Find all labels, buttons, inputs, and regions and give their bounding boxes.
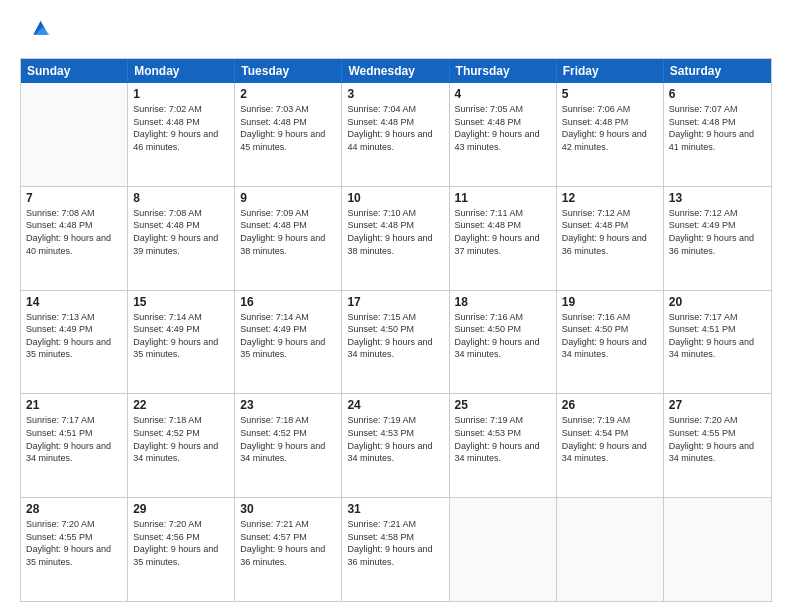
cal-cell: 17Sunrise: 7:15 AMSunset: 4:50 PMDayligh…	[342, 291, 449, 394]
daylight-text: Daylight: 9 hours and 36 minutes.	[562, 232, 658, 257]
cal-cell: 22Sunrise: 7:18 AMSunset: 4:52 PMDayligh…	[128, 394, 235, 497]
daylight-text: Daylight: 9 hours and 36 minutes.	[347, 543, 443, 568]
sunrise-text: Sunrise: 7:18 AM	[133, 414, 229, 427]
daylight-text: Daylight: 9 hours and 35 minutes.	[133, 336, 229, 361]
week-row-5: 28Sunrise: 7:20 AMSunset: 4:55 PMDayligh…	[21, 497, 771, 601]
sunset-text: Sunset: 4:50 PM	[347, 323, 443, 336]
sunset-text: Sunset: 4:49 PM	[26, 323, 122, 336]
cal-cell: 19Sunrise: 7:16 AMSunset: 4:50 PMDayligh…	[557, 291, 664, 394]
sunrise-text: Sunrise: 7:20 AM	[26, 518, 122, 531]
daylight-text: Daylight: 9 hours and 37 minutes.	[455, 232, 551, 257]
sunrise-text: Sunrise: 7:20 AM	[669, 414, 766, 427]
cal-cell: 13Sunrise: 7:12 AMSunset: 4:49 PMDayligh…	[664, 187, 771, 290]
sunrise-text: Sunrise: 7:19 AM	[455, 414, 551, 427]
cal-cell: 1Sunrise: 7:02 AMSunset: 4:48 PMDaylight…	[128, 83, 235, 186]
sunrise-text: Sunrise: 7:04 AM	[347, 103, 443, 116]
sunset-text: Sunset: 4:48 PM	[562, 116, 658, 129]
day-number: 9	[240, 191, 336, 205]
sunrise-text: Sunrise: 7:19 AM	[347, 414, 443, 427]
week-row-1: 1Sunrise: 7:02 AMSunset: 4:48 PMDaylight…	[21, 83, 771, 186]
day-number: 24	[347, 398, 443, 412]
header-day-thursday: Thursday	[450, 59, 557, 83]
sunset-text: Sunset: 4:50 PM	[562, 323, 658, 336]
sunset-text: Sunset: 4:48 PM	[455, 219, 551, 232]
daylight-text: Daylight: 9 hours and 42 minutes.	[562, 128, 658, 153]
day-number: 3	[347, 87, 443, 101]
sunrise-text: Sunrise: 7:09 AM	[240, 207, 336, 220]
cal-cell: 28Sunrise: 7:20 AMSunset: 4:55 PMDayligh…	[21, 498, 128, 601]
sunset-text: Sunset: 4:58 PM	[347, 531, 443, 544]
sunrise-text: Sunrise: 7:20 AM	[133, 518, 229, 531]
cal-cell: 14Sunrise: 7:13 AMSunset: 4:49 PMDayligh…	[21, 291, 128, 394]
sunrise-text: Sunrise: 7:07 AM	[669, 103, 766, 116]
sunset-text: Sunset: 4:48 PM	[240, 116, 336, 129]
day-number: 20	[669, 295, 766, 309]
sunset-text: Sunset: 4:56 PM	[133, 531, 229, 544]
sunrise-text: Sunrise: 7:15 AM	[347, 311, 443, 324]
sunrise-text: Sunrise: 7:03 AM	[240, 103, 336, 116]
cal-cell: 7Sunrise: 7:08 AMSunset: 4:48 PMDaylight…	[21, 187, 128, 290]
page: SundayMondayTuesdayWednesdayThursdayFrid…	[0, 0, 792, 612]
cal-cell	[557, 498, 664, 601]
cal-cell: 31Sunrise: 7:21 AMSunset: 4:58 PMDayligh…	[342, 498, 449, 601]
cal-cell: 21Sunrise: 7:17 AMSunset: 4:51 PMDayligh…	[21, 394, 128, 497]
day-number: 22	[133, 398, 229, 412]
daylight-text: Daylight: 9 hours and 35 minutes.	[240, 336, 336, 361]
calendar: SundayMondayTuesdayWednesdayThursdayFrid…	[20, 58, 772, 602]
week-row-2: 7Sunrise: 7:08 AMSunset: 4:48 PMDaylight…	[21, 186, 771, 290]
daylight-text: Daylight: 9 hours and 34 minutes.	[562, 440, 658, 465]
cal-cell: 4Sunrise: 7:05 AMSunset: 4:48 PMDaylight…	[450, 83, 557, 186]
cal-cell: 12Sunrise: 7:12 AMSunset: 4:48 PMDayligh…	[557, 187, 664, 290]
cal-cell: 9Sunrise: 7:09 AMSunset: 4:48 PMDaylight…	[235, 187, 342, 290]
sunset-text: Sunset: 4:49 PM	[240, 323, 336, 336]
cal-cell: 18Sunrise: 7:16 AMSunset: 4:50 PMDayligh…	[450, 291, 557, 394]
daylight-text: Daylight: 9 hours and 36 minutes.	[240, 543, 336, 568]
daylight-text: Daylight: 9 hours and 34 minutes.	[347, 336, 443, 361]
day-number: 17	[347, 295, 443, 309]
sunset-text: Sunset: 4:55 PM	[669, 427, 766, 440]
sunrise-text: Sunrise: 7:10 AM	[347, 207, 443, 220]
sunrise-text: Sunrise: 7:21 AM	[240, 518, 336, 531]
sunrise-text: Sunrise: 7:14 AM	[240, 311, 336, 324]
day-number: 18	[455, 295, 551, 309]
daylight-text: Daylight: 9 hours and 38 minutes.	[240, 232, 336, 257]
header-day-tuesday: Tuesday	[235, 59, 342, 83]
day-number: 29	[133, 502, 229, 516]
sunrise-text: Sunrise: 7:12 AM	[669, 207, 766, 220]
sunset-text: Sunset: 4:53 PM	[347, 427, 443, 440]
cal-cell	[664, 498, 771, 601]
sunset-text: Sunset: 4:53 PM	[455, 427, 551, 440]
sunrise-text: Sunrise: 7:08 AM	[133, 207, 229, 220]
cal-cell: 23Sunrise: 7:18 AMSunset: 4:52 PMDayligh…	[235, 394, 342, 497]
daylight-text: Daylight: 9 hours and 40 minutes.	[26, 232, 122, 257]
sunset-text: Sunset: 4:48 PM	[669, 116, 766, 129]
daylight-text: Daylight: 9 hours and 34 minutes.	[347, 440, 443, 465]
daylight-text: Daylight: 9 hours and 46 minutes.	[133, 128, 229, 153]
header-day-friday: Friday	[557, 59, 664, 83]
daylight-text: Daylight: 9 hours and 35 minutes.	[26, 543, 122, 568]
cal-cell: 30Sunrise: 7:21 AMSunset: 4:57 PMDayligh…	[235, 498, 342, 601]
sunrise-text: Sunrise: 7:06 AM	[562, 103, 658, 116]
day-number: 12	[562, 191, 658, 205]
daylight-text: Daylight: 9 hours and 34 minutes.	[26, 440, 122, 465]
header	[20, 16, 772, 48]
day-number: 2	[240, 87, 336, 101]
daylight-text: Daylight: 9 hours and 34 minutes.	[562, 336, 658, 361]
cal-cell: 11Sunrise: 7:11 AMSunset: 4:48 PMDayligh…	[450, 187, 557, 290]
day-number: 16	[240, 295, 336, 309]
sunset-text: Sunset: 4:50 PM	[455, 323, 551, 336]
sunset-text: Sunset: 4:49 PM	[669, 219, 766, 232]
daylight-text: Daylight: 9 hours and 44 minutes.	[347, 128, 443, 153]
cal-cell: 8Sunrise: 7:08 AMSunset: 4:48 PMDaylight…	[128, 187, 235, 290]
sunset-text: Sunset: 4:51 PM	[26, 427, 122, 440]
sunrise-text: Sunrise: 7:02 AM	[133, 103, 229, 116]
daylight-text: Daylight: 9 hours and 41 minutes.	[669, 128, 766, 153]
day-number: 26	[562, 398, 658, 412]
sunset-text: Sunset: 4:51 PM	[669, 323, 766, 336]
daylight-text: Daylight: 9 hours and 45 minutes.	[240, 128, 336, 153]
day-number: 8	[133, 191, 229, 205]
day-number: 7	[26, 191, 122, 205]
day-number: 5	[562, 87, 658, 101]
daylight-text: Daylight: 9 hours and 38 minutes.	[347, 232, 443, 257]
daylight-text: Daylight: 9 hours and 36 minutes.	[669, 232, 766, 257]
